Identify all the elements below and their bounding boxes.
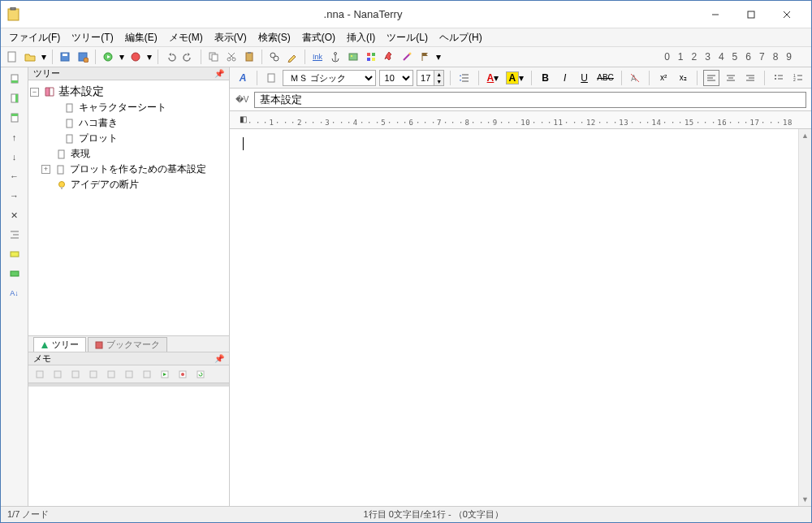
- pin-icon[interactable]: 📌: [214, 69, 224, 78]
- menu-edit[interactable]: 編集(E): [120, 29, 162, 46]
- font-color-button[interactable]: A▾: [485, 70, 501, 86]
- memo-btn-3-icon[interactable]: [67, 366, 84, 383]
- title-dropdown-icon[interactable]: �V: [235, 93, 249, 107]
- subscript-button[interactable]: x₂: [675, 70, 691, 86]
- num-3[interactable]: 3: [705, 51, 710, 63]
- bold-button[interactable]: B: [538, 70, 554, 86]
- number-list-icon[interactable]: 12: [790, 70, 806, 86]
- vertical-scrollbar[interactable]: ▲ ▼: [798, 129, 811, 506]
- spin-down-icon[interactable]: ▼: [434, 78, 443, 85]
- vbtn-left-icon[interactable]: ←: [6, 168, 23, 184]
- ruler[interactable]: ◧ ・・・1・・・2・・・3・・・4・・・5・・・6・・・7・・・8・・・9・・…: [230, 111, 811, 129]
- memo-btn-1-icon[interactable]: [32, 366, 48, 383]
- anchor-icon[interactable]: [327, 49, 343, 65]
- memo-btn-2-icon[interactable]: [50, 366, 66, 383]
- ink-icon[interactable]: Ink: [309, 49, 326, 65]
- pin-icon[interactable]: 📌: [214, 354, 224, 363]
- memo-stop-icon[interactable]: [175, 366, 191, 383]
- vbtn-hl-green-icon[interactable]: [6, 266, 23, 282]
- memo-btn-5-icon[interactable]: [103, 366, 119, 383]
- minimize-button[interactable]: [698, 3, 733, 26]
- image-icon[interactable]: [345, 49, 361, 65]
- paste-icon[interactable]: [241, 49, 257, 65]
- vbtn-doc-green-icon[interactable]: [6, 71, 23, 87]
- editor-textarea[interactable]: ▲ ▼: [230, 129, 811, 506]
- undo-icon[interactable]: [162, 49, 179, 65]
- font-size-select[interactable]: 10: [379, 70, 414, 86]
- font-dialog-icon[interactable]: A: [235, 70, 251, 86]
- dropdown-arrow-icon[interactable]: ▾: [40, 49, 48, 65]
- align-right-icon[interactable]: [742, 70, 758, 86]
- menu-view[interactable]: 表示(V): [209, 29, 252, 46]
- vbtn-delete-icon[interactable]: ✕: [6, 207, 23, 223]
- palette-icon[interactable]: [363, 49, 379, 65]
- tab-tree[interactable]: ツリー: [33, 337, 86, 352]
- num-0[interactable]: 0: [664, 51, 670, 63]
- num-1[interactable]: 1: [678, 51, 684, 63]
- tree-node-idea[interactable]: アイデアの断片: [30, 177, 227, 192]
- collapse-icon[interactable]: −: [30, 88, 39, 97]
- maximize-button[interactable]: [733, 3, 769, 26]
- memo-btn-4-icon[interactable]: [85, 366, 102, 383]
- memo-run-icon[interactable]: [157, 366, 173, 383]
- vbtn-right-icon[interactable]: →: [6, 188, 23, 204]
- tree-node-box[interactable]: ハコ書き: [30, 115, 227, 131]
- tree-node-root[interactable]: − 基本設定: [30, 84, 227, 100]
- spin-up-icon[interactable]: ▲: [434, 71, 443, 78]
- copy-icon[interactable]: [205, 49, 222, 65]
- stop-icon[interactable]: [127, 49, 144, 65]
- save-special-icon[interactable]: [75, 49, 91, 65]
- menu-help[interactable]: ヘルプ(H): [434, 29, 487, 46]
- menu-tree[interactable]: ツリー(T): [67, 29, 118, 46]
- underline-button[interactable]: U: [577, 70, 593, 86]
- strike-button[interactable]: ABC: [596, 70, 615, 86]
- line-height-input[interactable]: [417, 73, 434, 83]
- close-button[interactable]: [769, 3, 805, 26]
- ruler-marker-icon[interactable]: ◧: [240, 115, 248, 123]
- num-5[interactable]: 5: [732, 51, 738, 63]
- menu-tool[interactable]: ツール(L): [382, 29, 433, 46]
- italic-button[interactable]: I: [557, 70, 573, 86]
- memo-btn-6-icon[interactable]: [121, 366, 137, 383]
- cut-icon[interactable]: [223, 49, 240, 65]
- tree-node-char[interactable]: キャラクターシート: [30, 100, 227, 115]
- scroll-down-icon[interactable]: ▼: [799, 493, 811, 506]
- menu-file[interactable]: ファイル(F): [4, 29, 65, 46]
- vbtn-up-icon[interactable]: ↑: [6, 129, 23, 145]
- vbtn-down-icon[interactable]: ↓: [6, 149, 23, 165]
- expand-icon[interactable]: +: [41, 165, 50, 174]
- num-8[interactable]: 8: [773, 51, 779, 63]
- run-icon[interactable]: [100, 49, 116, 65]
- menu-search[interactable]: 検索(S): [253, 29, 296, 46]
- vbtn-hl-yellow-icon[interactable]: [6, 246, 23, 262]
- scroll-up-icon[interactable]: ▲: [799, 129, 811, 142]
- highlight-color-button[interactable]: A▾: [504, 70, 525, 86]
- pin-icon[interactable]: [381, 49, 397, 65]
- num-2[interactable]: 2: [692, 51, 698, 63]
- node-title-input[interactable]: [254, 92, 806, 108]
- pencil-icon[interactable]: [284, 49, 300, 65]
- num-6[interactable]: 6: [745, 51, 751, 63]
- dropdown-arrow-icon[interactable]: ▾: [118, 49, 126, 65]
- save-icon[interactable]: [57, 49, 73, 65]
- vbtn-doc-bottom-icon[interactable]: [6, 110, 23, 126]
- tree-view[interactable]: − 基本設定 キャラクターシート ハコ書き プロット: [28, 80, 229, 335]
- find-icon[interactable]: [266, 49, 283, 65]
- flag-icon[interactable]: [417, 49, 433, 65]
- align-left-icon[interactable]: [703, 70, 719, 86]
- line-height-spinner[interactable]: ▲▼: [417, 70, 444, 86]
- num-9[interactable]: 9: [786, 51, 792, 63]
- tab-bookmark[interactable]: ブックマーク: [88, 337, 167, 352]
- page-setup-icon[interactable]: [263, 70, 279, 86]
- num-7[interactable]: 7: [759, 51, 765, 63]
- bullet-list-icon[interactable]: [771, 70, 787, 86]
- redo-icon[interactable]: [180, 49, 197, 65]
- vbtn-doc-right-icon[interactable]: [6, 90, 23, 106]
- dropdown-arrow-icon[interactable]: ▾: [145, 49, 153, 65]
- clear-format-icon[interactable]: A: [627, 70, 643, 86]
- new-file-icon[interactable]: [4, 49, 20, 65]
- menu-format[interactable]: 書式(O): [297, 29, 340, 46]
- vbtn-sort-icon[interactable]: A↓: [6, 285, 23, 301]
- font-family-select[interactable]: ＭＳ ゴシック: [283, 70, 376, 86]
- wand-icon[interactable]: [399, 49, 415, 65]
